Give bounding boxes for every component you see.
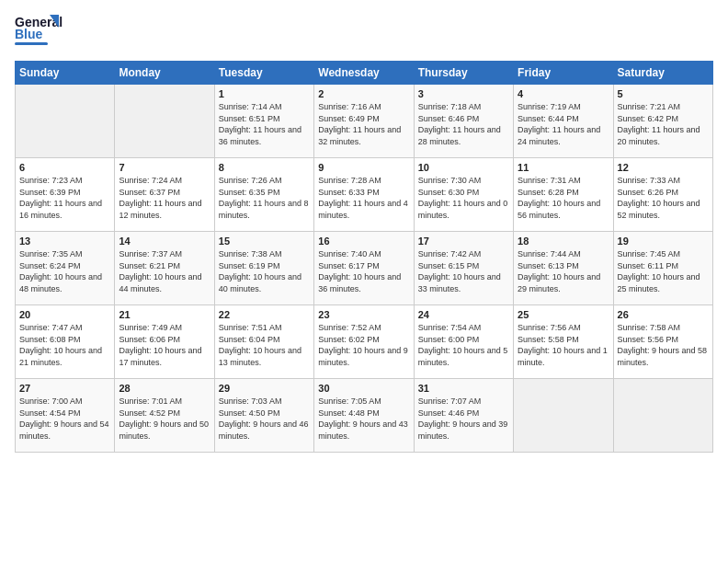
day-number: 13 — [19, 236, 110, 247]
cell-daylight-info: Sunrise: 7:52 AMSunset: 6:02 PMDaylight:… — [318, 322, 409, 368]
cell-daylight-info: Sunrise: 7:44 AMSunset: 6:13 PMDaylight:… — [518, 248, 609, 294]
calendar-cell: 6Sunrise: 7:23 AMSunset: 6:39 PMDaylight… — [16, 158, 115, 232]
cell-daylight-info: Sunrise: 7:58 AMSunset: 5:56 PMDaylight:… — [618, 322, 709, 368]
day-number: 5 — [618, 88, 709, 99]
day-number: 26 — [618, 309, 709, 320]
calendar-cell: 26Sunrise: 7:58 AMSunset: 5:56 PMDayligh… — [613, 305, 712, 379]
day-number: 18 — [518, 236, 609, 247]
cell-daylight-info: Sunrise: 7:51 AMSunset: 6:04 PMDaylight:… — [219, 322, 310, 368]
day-number: 19 — [618, 236, 709, 247]
calendar-cell: 5Sunrise: 7:21 AMSunset: 6:42 PMDaylight… — [613, 85, 712, 158]
cell-daylight-info: Sunrise: 7:03 AMSunset: 4:50 PMDaylight:… — [219, 396, 310, 442]
cell-daylight-info: Sunrise: 7:00 AMSunset: 4:54 PMDaylight:… — [19, 396, 110, 442]
logo: General Blue — [15, 11, 63, 53]
cell-daylight-info: Sunrise: 7:37 AMSunset: 6:21 PMDaylight:… — [119, 248, 210, 294]
cell-daylight-info: Sunrise: 7:47 AMSunset: 6:08 PMDaylight:… — [19, 322, 110, 368]
calendar-cell — [115, 85, 214, 158]
day-header-saturday: Saturday — [613, 62, 712, 85]
day-number: 22 — [219, 309, 310, 320]
day-number: 3 — [418, 88, 509, 99]
calendar-cell: 31Sunrise: 7:07 AMSunset: 4:46 PMDayligh… — [414, 379, 513, 453]
calendar-cell: 18Sunrise: 7:44 AMSunset: 6:13 PMDayligh… — [514, 232, 613, 305]
day-number: 9 — [318, 162, 409, 173]
cell-daylight-info: Sunrise: 7:35 AMSunset: 6:24 PMDaylight:… — [19, 248, 110, 294]
day-number: 24 — [418, 309, 509, 320]
day-number: 15 — [219, 236, 310, 247]
day-header-thursday: Thursday — [414, 62, 513, 85]
calendar-cell: 24Sunrise: 7:54 AMSunset: 6:00 PMDayligh… — [414, 305, 513, 379]
calendar-cell: 12Sunrise: 7:33 AMSunset: 6:26 PMDayligh… — [613, 158, 712, 232]
calendar-cell — [514, 379, 613, 453]
cell-daylight-info: Sunrise: 7:16 AMSunset: 6:49 PMDaylight:… — [318, 101, 409, 147]
cell-daylight-info: Sunrise: 7:45 AMSunset: 6:11 PMDaylight:… — [618, 248, 709, 294]
cell-daylight-info: Sunrise: 7:19 AMSunset: 6:44 PMDaylight:… — [518, 101, 609, 147]
calendar-cell — [16, 85, 115, 158]
calendar-cell: 11Sunrise: 7:31 AMSunset: 6:28 PMDayligh… — [514, 158, 613, 232]
calendar-cell: 8Sunrise: 7:26 AMSunset: 6:35 PMDaylight… — [214, 158, 313, 232]
cell-daylight-info: Sunrise: 7:49 AMSunset: 6:06 PMDaylight:… — [119, 322, 210, 368]
day-number: 31 — [418, 383, 509, 394]
calendar-cell: 7Sunrise: 7:24 AMSunset: 6:37 PMDaylight… — [115, 158, 214, 232]
cell-daylight-info: Sunrise: 7:42 AMSunset: 6:15 PMDaylight:… — [418, 248, 509, 294]
calendar-cell: 19Sunrise: 7:45 AMSunset: 6:11 PMDayligh… — [613, 232, 712, 305]
calendar-cell: 14Sunrise: 7:37 AMSunset: 6:21 PMDayligh… — [115, 232, 214, 305]
calendar-cell: 16Sunrise: 7:40 AMSunset: 6:17 PMDayligh… — [314, 232, 414, 305]
day-number: 27 — [19, 383, 110, 394]
calendar-table: SundayMondayTuesdayWednesdayThursdayFrid… — [15, 61, 713, 453]
svg-text:Blue: Blue — [15, 27, 43, 41]
calendar-cell: 21Sunrise: 7:49 AMSunset: 6:06 PMDayligh… — [115, 305, 214, 379]
cell-daylight-info: Sunrise: 7:01 AMSunset: 4:52 PMDaylight:… — [119, 396, 210, 442]
cell-daylight-info: Sunrise: 7:38 AMSunset: 6:19 PMDaylight:… — [219, 248, 310, 294]
cell-daylight-info: Sunrise: 7:18 AMSunset: 6:46 PMDaylight:… — [418, 101, 509, 147]
cell-daylight-info: Sunrise: 7:30 AMSunset: 6:30 PMDaylight:… — [418, 175, 509, 221]
calendar-cell: 20Sunrise: 7:47 AMSunset: 6:08 PMDayligh… — [16, 305, 115, 379]
day-number: 17 — [418, 236, 509, 247]
day-number: 29 — [219, 383, 310, 394]
day-header-monday: Monday — [115, 62, 214, 85]
cell-daylight-info: Sunrise: 7:23 AMSunset: 6:39 PMDaylight:… — [19, 175, 110, 221]
day-number: 25 — [518, 309, 609, 320]
day-header-friday: Friday — [514, 62, 613, 85]
cell-daylight-info: Sunrise: 7:56 AMSunset: 5:58 PMDaylight:… — [518, 322, 609, 368]
day-header-sunday: Sunday — [16, 62, 115, 85]
calendar-cell: 23Sunrise: 7:52 AMSunset: 6:02 PMDayligh… — [314, 305, 414, 379]
cell-daylight-info: Sunrise: 7:14 AMSunset: 6:51 PMDaylight:… — [219, 101, 310, 147]
cell-daylight-info: Sunrise: 7:05 AMSunset: 4:48 PMDaylight:… — [318, 396, 409, 442]
day-number: 4 — [518, 88, 609, 99]
day-header-tuesday: Tuesday — [214, 62, 313, 85]
day-number: 8 — [219, 162, 310, 173]
calendar-cell: 29Sunrise: 7:03 AMSunset: 4:50 PMDayligh… — [214, 379, 313, 453]
calendar-cell: 2Sunrise: 7:16 AMSunset: 6:49 PMDaylight… — [314, 85, 414, 158]
calendar-cell: 3Sunrise: 7:18 AMSunset: 6:46 PMDaylight… — [414, 85, 513, 158]
cell-daylight-info: Sunrise: 7:33 AMSunset: 6:26 PMDaylight:… — [618, 175, 709, 221]
day-number: 1 — [219, 88, 310, 99]
calendar-cell: 4Sunrise: 7:19 AMSunset: 6:44 PMDaylight… — [514, 85, 613, 158]
cell-daylight-info: Sunrise: 7:28 AMSunset: 6:33 PMDaylight:… — [318, 175, 409, 221]
cell-daylight-info: Sunrise: 7:07 AMSunset: 4:46 PMDaylight:… — [418, 396, 509, 442]
cell-daylight-info: Sunrise: 7:40 AMSunset: 6:17 PMDaylight:… — [318, 248, 409, 294]
day-number: 23 — [318, 309, 409, 320]
cell-daylight-info: Sunrise: 7:26 AMSunset: 6:35 PMDaylight:… — [219, 175, 310, 221]
cell-daylight-info: Sunrise: 7:24 AMSunset: 6:37 PMDaylight:… — [119, 175, 210, 221]
day-number: 7 — [119, 162, 210, 173]
calendar-cell: 1Sunrise: 7:14 AMSunset: 6:51 PMDaylight… — [214, 85, 313, 158]
day-number: 16 — [318, 236, 409, 247]
day-header-wednesday: Wednesday — [314, 62, 414, 85]
cell-daylight-info: Sunrise: 7:54 AMSunset: 6:00 PMDaylight:… — [418, 322, 509, 368]
day-number: 20 — [19, 309, 110, 320]
calendar-cell: 22Sunrise: 7:51 AMSunset: 6:04 PMDayligh… — [214, 305, 313, 379]
calendar-cell: 10Sunrise: 7:30 AMSunset: 6:30 PMDayligh… — [414, 158, 513, 232]
calendar-cell: 17Sunrise: 7:42 AMSunset: 6:15 PMDayligh… — [414, 232, 513, 305]
day-number: 2 — [318, 88, 409, 99]
calendar-cell: 27Sunrise: 7:00 AMSunset: 4:54 PMDayligh… — [16, 379, 115, 453]
day-number: 6 — [19, 162, 110, 173]
calendar-cell: 25Sunrise: 7:56 AMSunset: 5:58 PMDayligh… — [514, 305, 613, 379]
day-number: 10 — [418, 162, 509, 173]
calendar-cell: 28Sunrise: 7:01 AMSunset: 4:52 PMDayligh… — [115, 379, 214, 453]
calendar-cell — [613, 379, 712, 453]
calendar-cell: 9Sunrise: 7:28 AMSunset: 6:33 PMDaylight… — [314, 158, 414, 232]
day-number: 28 — [119, 383, 210, 394]
cell-daylight-info: Sunrise: 7:21 AMSunset: 6:42 PMDaylight:… — [618, 101, 709, 147]
calendar-cell: 30Sunrise: 7:05 AMSunset: 4:48 PMDayligh… — [314, 379, 414, 453]
calendar-cell: 13Sunrise: 7:35 AMSunset: 6:24 PMDayligh… — [16, 232, 115, 305]
